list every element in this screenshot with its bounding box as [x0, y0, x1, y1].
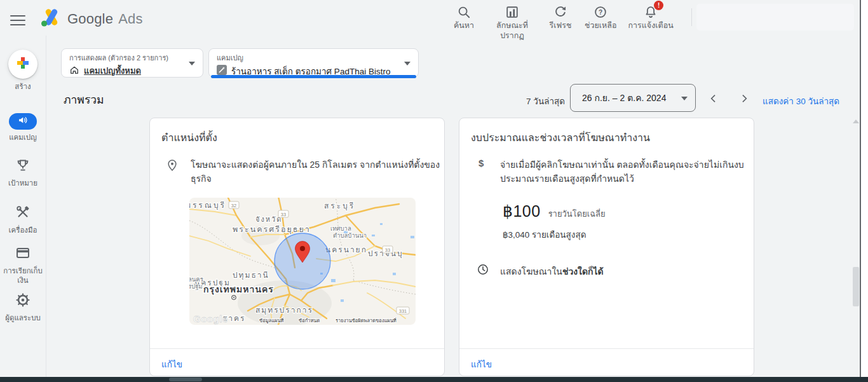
vertical-scrollbar-thumb[interactable]: [853, 267, 859, 306]
card-divider: [150, 348, 444, 349]
logo-brand-text: Google: [67, 11, 113, 27]
search-button[interactable]: ค้นหา: [445, 3, 482, 32]
google-ads-logo[interactable]: Google Ads: [41, 8, 143, 30]
location-pin-icon: [166, 159, 179, 174]
svg-text:?: ?: [599, 9, 602, 16]
app-area: Google Ads ค้นหา ลักษณะที่ปรากฏ รีเฟร: [0, 0, 860, 382]
svg-text:ลนคร: ลนคร: [189, 276, 203, 283]
horizontal-scrollbar-track[interactable]: [0, 377, 868, 382]
sidebar-item-tools[interactable]: เครื่องมือ: [0, 205, 46, 235]
sidebar-label-admin: ผู้ดูแลระบบ: [5, 313, 41, 323]
next-period-button[interactable]: [736, 91, 752, 106]
campaign-filter-dropdown[interactable]: แคมเปญ ร้านอาหาร สเต็ก ตรอกมาศ PadThai B…: [208, 48, 419, 78]
horizontal-scrollbar-thumb[interactable]: [169, 378, 202, 381]
display-filter-value: แคมเปญทั้งหมด: [84, 64, 141, 78]
help-icon: ?: [593, 4, 607, 20]
menu-hamburger-icon[interactable]: [10, 12, 25, 24]
sidebar-item-create[interactable]: สร้าง: [0, 50, 46, 92]
location-description: โฆษณาจะแสดงต่อผู้คนภายใน 25 กิโลเมตร จาก…: [191, 158, 442, 186]
card-divider: [459, 348, 754, 349]
create-button[interactable]: [8, 50, 37, 79]
schedule-text-bold: ช่วงใดก็ได้: [562, 266, 604, 276]
budget-description: จ่ายเมื่อมีผู้คลิกโฆษณาเท่านั้น ตลอดทั้ง…: [500, 158, 754, 186]
daily-budget-row: ฿100 รายวันโดยเฉลี่ย: [503, 202, 606, 221]
budget-card: งบประมาณและช่วงเวลาที่โฆษณาทำงาน $ จ่ายเ…: [459, 118, 754, 376]
appearance-button[interactable]: ลักษณะที่ปรากฏ: [482, 3, 542, 42]
notification-badge: !: [654, 1, 663, 10]
map-attribution-report: รายงานข้อผิดพลาดของแผนที่: [336, 317, 397, 324]
map-attribution-terms: ข้อกำหนด: [299, 318, 320, 324]
daily-budget-label: รายวันโดยเฉลี่ย: [548, 207, 606, 221]
campaigns-active-pill: [9, 113, 37, 130]
google-ads-logo-icon: [41, 8, 62, 30]
window-frame-line: [860, 0, 861, 382]
ad-schedule-text: แสดงโฆษณาในช่วงใดก็ได้: [500, 264, 604, 278]
notifications-label: การแจ้งเตือน: [628, 21, 674, 31]
svg-text:พรรณบุรี: พรรณบุรี: [189, 201, 226, 210]
sidebar-label-billing: การเรียกเก็บเงิน: [2, 266, 44, 285]
svg-text:331: 331: [399, 308, 407, 314]
map-attribution-data: ข้อมูลแผนที่: [259, 317, 284, 324]
daily-budget-amount: ฿100: [503, 202, 541, 221]
svg-text:สมุทรปราการ: สมุทรปราการ: [255, 306, 313, 315]
svg-text:นครนายก: นครนายก: [325, 245, 367, 254]
sidebar-item-goals[interactable]: เป้าหมาย: [0, 158, 46, 188]
google-watermark: Google: [193, 313, 228, 324]
caret-down-icon: [189, 62, 195, 65]
campaign-filter-label: แคมเปญ: [217, 52, 399, 64]
sidebar-label-create: สร้าง: [15, 82, 31, 92]
sidebar-nav: สร้าง แคมเปญ: [0, 36, 46, 377]
help-button[interactable]: ? ช่วยเหลือ: [579, 3, 623, 32]
help-label: ช่วยเหลือ: [585, 21, 617, 31]
map-canvas[interactable]: พรรณบุรี สระบุรี จังหวัด พระนครศรีอยุธยา…: [189, 198, 416, 325]
active-tab-indicator: [211, 75, 416, 78]
location-edit-link[interactable]: แก้ไข: [161, 357, 182, 371]
billing-card-icon: [15, 245, 31, 263]
google-ads-window: Google Ads ค้นหา ลักษณะที่ปรากฏ รีเฟร: [0, 0, 868, 382]
svg-text:รปฐม: รปฐม: [189, 283, 203, 290]
svg-text:33: 33: [385, 247, 390, 253]
sidebar-label-goals: เป้าหมาย: [8, 179, 37, 188]
notifications-button[interactable]: ! การแจ้งเตือน: [623, 3, 679, 32]
previous-period-button[interactable]: [705, 91, 722, 106]
sidebar-item-admin[interactable]: ผู้ดูแลระบบ: [0, 292, 46, 323]
account-area: [696, 4, 854, 31]
search-icon: [457, 4, 471, 20]
budget-card-title: งบประมาณและช่วงเวลาที่โฆษณาทำงาน: [471, 130, 650, 146]
display-filter-dropdown[interactable]: การแสดงผล (ตัวกรอง 2 รายการ) แคมเปญทั้งห…: [61, 48, 203, 78]
svg-text:ปทุมธานี: ปทุมธานี: [233, 271, 269, 280]
monthly-budget-max: ฿3,040 รายเดือนสูงสุด: [503, 228, 586, 242]
schedule-text-normal: แสดงโฆษณาใน: [500, 266, 562, 276]
megaphone-icon: [17, 114, 29, 128]
trophy-icon: [15, 158, 31, 175]
topbar-actions: ค้นหา ลักษณะที่ปรากฏ รีเฟรช ? ช่วยเหลือ: [445, 3, 679, 42]
home-icon: [69, 65, 79, 78]
sidebar-label-campaigns: แคมเปญ: [9, 133, 37, 142]
sidebar-item-campaigns[interactable]: แคมเปญ: [0, 113, 46, 142]
plus-icon: [15, 55, 31, 74]
svg-text:32: 32: [231, 203, 236, 208]
notifications-bell-icon: !: [644, 4, 658, 20]
show-last-30-days-link[interactable]: แสดงค่า 30 วันล่าสุด: [763, 94, 839, 108]
clock-icon: [477, 263, 489, 278]
budget-edit-link[interactable]: แก้ไข: [471, 357, 492, 371]
svg-text:กรุงเทพมหานคร: กรุงเทพมหานคร: [203, 284, 274, 295]
location-card: ตำแหน่งที่ตั้ง โฆษณาจะแสดงต่อผู้คนภายใน …: [149, 118, 445, 376]
sidebar-label-tools: เครื่องมือ: [9, 226, 37, 235]
refresh-icon: [553, 4, 567, 20]
tools-icon: [15, 205, 31, 222]
dollar-icon: $: [478, 158, 484, 168]
date-range-preset-label: 7 วันล่าสุด: [505, 94, 565, 108]
caret-down-icon: [681, 97, 688, 100]
svg-text:เทศบาล: เทศบาล: [330, 225, 351, 232]
refresh-label: รีเฟรช: [549, 21, 571, 31]
appearance-label: ลักษณะที่ปรากฏ: [488, 21, 536, 41]
svg-text:ตำบลบ้านนา: ตำบลบ้านนา: [333, 232, 367, 239]
gear-icon: [15, 292, 31, 310]
sidebar-item-billing[interactable]: การเรียกเก็บเงิน: [0, 245, 46, 285]
display-filter-label: การแสดงผล (ตัวกรอง 2 รายการ): [69, 52, 184, 64]
scrollbar-up-arrow-icon[interactable]: [853, 119, 859, 123]
refresh-button[interactable]: รีเฟรช: [542, 3, 579, 32]
svg-text:33: 33: [281, 212, 286, 217]
date-range-selector[interactable]: 26 ก.ย. – 2 ต.ค. 2024: [570, 84, 696, 112]
